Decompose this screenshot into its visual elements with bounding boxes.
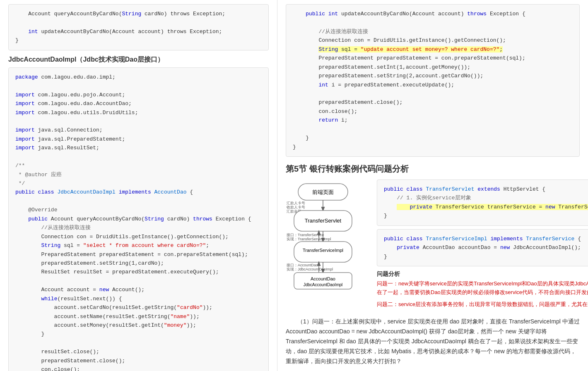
problem2-desc: （2）问题二：service 层代码没有竟然还没有进行事务控制？！如果转账过程中…: [286, 369, 580, 371]
problem-analysis-section: 问题分析 问题一：new关键字将service层的实现类TransferServ…: [377, 270, 588, 309]
svg-text:接口：AccountDao: 接口：AccountDao: [287, 263, 318, 267]
svg-text:TransferServiceImpl: TransferServiceImpl: [303, 248, 343, 253]
svg-text:AccountDao: AccountDao: [311, 276, 335, 281]
svg-text:实现：JdbcAccountDaoImpl: 实现：JdbcAccountDaoImpl: [287, 267, 333, 271]
problem-analysis-title: 问题分析: [377, 270, 588, 278]
int-keyword: int: [28, 29, 38, 35]
svg-text:TransferServlet: TransferServlet: [305, 218, 342, 224]
left-panel: Account queryAccountByCardNo(String card…: [0, 0, 277, 371]
line-query-account: Account queryAccountByCardNo(String card…: [15, 11, 225, 17]
architecture-diagram: 前端页面 汇款人卡号 收款人卡号 汇款金额 TransferServlet 接口…: [286, 180, 369, 291]
right-top-code: public int updateAccountByCardNo(Account…: [286, 4, 580, 157]
svg-text:接口：TransferService: 接口：TransferService: [287, 233, 324, 237]
right-panel: public int updateAccountByCardNo(Account…: [277, 0, 588, 371]
top-code-block: Account queryAccountByCardNo(String card…: [8, 4, 269, 50]
closing-brace: }: [15, 37, 19, 43]
problem1-desc: （1）问题一：在上述案例实现中，service 层实现类在使用 dao 层对象时…: [286, 317, 580, 366]
svg-text:汇款人卡号: 汇款人卡号: [287, 201, 305, 205]
svg-text:实现：TransferServiceImpl: 实现：TransferServiceImpl: [287, 237, 331, 241]
problem1-red: 问题一：new关键字将service层的实现类TransferServiceIm…: [377, 280, 588, 297]
impl-section-title: JdbcAccountDaoImpl（Jdbc技术实现Dao层接口）: [8, 55, 269, 64]
impl-code-block: package com.lagou.edu.dao.impl; import c…: [8, 67, 269, 371]
transfer-service-impl-code: public class TransferServiceImpl impleme…: [377, 229, 588, 266]
problem2-red: 问题二：service层没有添加事务控制，出现异常可能导致数据错乱，问题很严重，…: [377, 300, 588, 309]
svg-text:JdbcAccountDaoImpl: JdbcAccountDaoImpl: [304, 282, 343, 287]
transfer-servlet-code: public class TransferServlet extends Htt…: [377, 180, 588, 226]
svg-text:前端页面: 前端页面: [312, 189, 334, 195]
diagram-code-area: public class TransferServlet extends Htt…: [377, 180, 588, 312]
diagram-container: 前端页面 汇款人卡号 收款人卡号 汇款金额 TransferServlet 接口…: [286, 180, 580, 312]
svg-text:收款人卡号: 收款人卡号: [287, 205, 305, 209]
section5-title: 第5节 银行转账案例代码问题分析: [286, 163, 580, 175]
